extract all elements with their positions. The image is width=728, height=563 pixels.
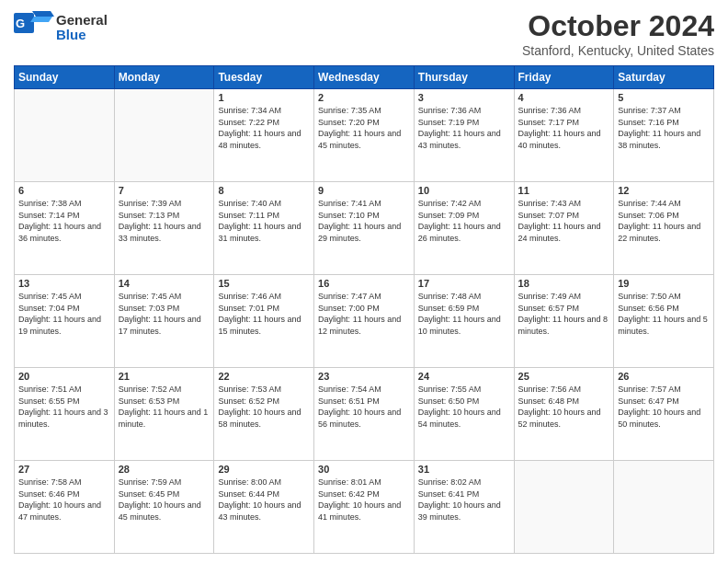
calendar-cell: 27Sunrise: 7:58 AM Sunset: 6:46 PM Dayli… bbox=[15, 461, 115, 554]
calendar-week-0: 1Sunrise: 7:34 AM Sunset: 7:22 PM Daylig… bbox=[15, 89, 714, 182]
day-number: 10 bbox=[418, 185, 510, 196]
day-number: 8 bbox=[218, 185, 310, 196]
day-number: 28 bbox=[119, 464, 210, 475]
day-number: 3 bbox=[418, 92, 510, 103]
calendar-week-1: 6Sunrise: 7:38 AM Sunset: 7:14 PM Daylig… bbox=[15, 182, 714, 275]
day-number: 13 bbox=[18, 278, 110, 289]
calendar-cell: 14Sunrise: 7:45 AM Sunset: 7:03 PM Dayli… bbox=[114, 275, 214, 368]
calendar-cell: 4Sunrise: 7:36 AM Sunset: 7:17 PM Daylig… bbox=[514, 89, 614, 182]
day-info: Sunrise: 7:52 AM Sunset: 6:53 PM Dayligh… bbox=[119, 384, 210, 430]
day-info: Sunrise: 7:43 AM Sunset: 7:07 PM Dayligh… bbox=[518, 198, 610, 244]
calendar-cell: 19Sunrise: 7:50 AM Sunset: 6:56 PM Dayli… bbox=[614, 275, 714, 368]
calendar-cell: 29Sunrise: 8:00 AM Sunset: 6:44 PM Dayli… bbox=[214, 461, 314, 554]
day-number: 27 bbox=[18, 464, 110, 475]
day-info: Sunrise: 7:51 AM Sunset: 6:55 PM Dayligh… bbox=[18, 384, 110, 430]
day-info: Sunrise: 7:44 AM Sunset: 7:06 PM Dayligh… bbox=[618, 198, 710, 244]
svg-marker-3 bbox=[30, 17, 52, 22]
calendar-header-row: SundayMondayTuesdayWednesdayThursdayFrid… bbox=[15, 66, 714, 89]
title-block: October 2024 Stanford, Kentucky, United … bbox=[522, 9, 714, 58]
logo-general: General bbox=[56, 12, 108, 28]
day-number: 16 bbox=[318, 278, 410, 289]
day-info: Sunrise: 7:36 AM Sunset: 7:19 PM Dayligh… bbox=[418, 105, 510, 151]
calendar-cell: 9Sunrise: 7:41 AM Sunset: 7:10 PM Daylig… bbox=[314, 182, 415, 275]
calendar-cell: 17Sunrise: 7:48 AM Sunset: 6:59 PM Dayli… bbox=[414, 275, 514, 368]
location-title: Stanford, Kentucky, United States bbox=[522, 43, 714, 58]
day-info: Sunrise: 7:47 AM Sunset: 7:00 PM Dayligh… bbox=[318, 291, 410, 337]
day-info: Sunrise: 7:40 AM Sunset: 7:11 PM Dayligh… bbox=[218, 198, 310, 244]
day-number: 25 bbox=[518, 371, 610, 382]
day-header-monday: Monday bbox=[114, 66, 214, 89]
page: G General Blue October 2024 Stanford, Ke… bbox=[0, 0, 728, 563]
day-number: 12 bbox=[618, 185, 710, 196]
calendar-cell: 31Sunrise: 8:02 AM Sunset: 6:41 PM Dayli… bbox=[414, 461, 514, 554]
day-info: Sunrise: 7:54 AM Sunset: 6:51 PM Dayligh… bbox=[318, 384, 410, 430]
day-number: 15 bbox=[218, 278, 310, 289]
calendar-cell bbox=[614, 461, 714, 554]
day-info: Sunrise: 7:56 AM Sunset: 6:48 PM Dayligh… bbox=[518, 384, 610, 430]
calendar-cell: 30Sunrise: 8:01 AM Sunset: 6:42 PM Dayli… bbox=[314, 461, 415, 554]
day-info: Sunrise: 7:38 AM Sunset: 7:14 PM Dayligh… bbox=[18, 198, 110, 244]
day-number: 17 bbox=[418, 278, 510, 289]
calendar-cell: 6Sunrise: 7:38 AM Sunset: 7:14 PM Daylig… bbox=[15, 182, 115, 275]
day-number: 9 bbox=[318, 185, 410, 196]
day-info: Sunrise: 7:42 AM Sunset: 7:09 PM Dayligh… bbox=[418, 198, 510, 244]
svg-marker-2 bbox=[32, 11, 54, 17]
day-info: Sunrise: 7:46 AM Sunset: 7:01 PM Dayligh… bbox=[218, 291, 310, 337]
calendar-cell: 7Sunrise: 7:39 AM Sunset: 7:13 PM Daylig… bbox=[114, 182, 214, 275]
day-header-saturday: Saturday bbox=[614, 66, 714, 89]
calendar-cell: 28Sunrise: 7:59 AM Sunset: 6:45 PM Dayli… bbox=[114, 461, 214, 554]
day-header-sunday: Sunday bbox=[15, 66, 115, 89]
calendar-cell: 1Sunrise: 7:34 AM Sunset: 7:22 PM Daylig… bbox=[214, 89, 314, 182]
calendar-cell: 13Sunrise: 7:45 AM Sunset: 7:04 PM Dayli… bbox=[15, 275, 115, 368]
day-info: Sunrise: 7:57 AM Sunset: 6:47 PM Dayligh… bbox=[618, 384, 710, 430]
day-number: 24 bbox=[418, 371, 510, 382]
day-number: 23 bbox=[318, 371, 410, 382]
calendar-week-3: 20Sunrise: 7:51 AM Sunset: 6:55 PM Dayli… bbox=[15, 368, 714, 461]
calendar-week-4: 27Sunrise: 7:58 AM Sunset: 6:46 PM Dayli… bbox=[15, 461, 714, 554]
day-number: 29 bbox=[218, 464, 310, 475]
calendar-cell: 12Sunrise: 7:44 AM Sunset: 7:06 PM Dayli… bbox=[614, 182, 714, 275]
calendar-cell: 11Sunrise: 7:43 AM Sunset: 7:07 PM Dayli… bbox=[514, 182, 614, 275]
day-number: 22 bbox=[218, 371, 310, 382]
calendar-cell: 8Sunrise: 7:40 AM Sunset: 7:11 PM Daylig… bbox=[214, 182, 314, 275]
calendar-cell: 18Sunrise: 7:49 AM Sunset: 6:57 PM Dayli… bbox=[514, 275, 614, 368]
month-title: October 2024 bbox=[522, 9, 714, 43]
day-info: Sunrise: 7:35 AM Sunset: 7:20 PM Dayligh… bbox=[318, 105, 410, 151]
calendar-cell: 22Sunrise: 7:53 AM Sunset: 6:52 PM Dayli… bbox=[214, 368, 314, 461]
day-number: 6 bbox=[18, 185, 110, 196]
calendar-cell: 16Sunrise: 7:47 AM Sunset: 7:00 PM Dayli… bbox=[314, 275, 415, 368]
day-header-wednesday: Wednesday bbox=[314, 66, 415, 89]
day-number: 14 bbox=[119, 278, 210, 289]
calendar-cell bbox=[514, 461, 614, 554]
day-number: 4 bbox=[518, 92, 610, 103]
calendar-cell: 20Sunrise: 7:51 AM Sunset: 6:55 PM Dayli… bbox=[15, 368, 115, 461]
day-number: 2 bbox=[318, 92, 410, 103]
day-info: Sunrise: 7:37 AM Sunset: 7:16 PM Dayligh… bbox=[618, 105, 710, 151]
calendar-cell: 24Sunrise: 7:55 AM Sunset: 6:50 PM Dayli… bbox=[414, 368, 514, 461]
calendar-cell: 3Sunrise: 7:36 AM Sunset: 7:19 PM Daylig… bbox=[414, 89, 514, 182]
logo-icon: G bbox=[14, 9, 54, 46]
header: G General Blue October 2024 Stanford, Ke… bbox=[14, 9, 714, 58]
calendar-cell bbox=[114, 89, 214, 182]
day-header-tuesday: Tuesday bbox=[214, 66, 314, 89]
logo-text: General Blue bbox=[56, 13, 108, 43]
day-number: 21 bbox=[119, 371, 210, 382]
day-number: 20 bbox=[18, 371, 110, 382]
calendar-cell: 15Sunrise: 7:46 AM Sunset: 7:01 PM Dayli… bbox=[214, 275, 314, 368]
day-info: Sunrise: 7:49 AM Sunset: 6:57 PM Dayligh… bbox=[518, 291, 610, 337]
logo-blue: Blue bbox=[56, 27, 86, 42]
calendar-cell: 26Sunrise: 7:57 AM Sunset: 6:47 PM Dayli… bbox=[614, 368, 714, 461]
svg-text:G: G bbox=[16, 17, 25, 30]
calendar-cell: 10Sunrise: 7:42 AM Sunset: 7:09 PM Dayli… bbox=[414, 182, 514, 275]
day-info: Sunrise: 8:02 AM Sunset: 6:41 PM Dayligh… bbox=[418, 477, 510, 523]
calendar-cell: 23Sunrise: 7:54 AM Sunset: 6:51 PM Dayli… bbox=[314, 368, 415, 461]
calendar-cell: 21Sunrise: 7:52 AM Sunset: 6:53 PM Dayli… bbox=[114, 368, 214, 461]
day-info: Sunrise: 7:58 AM Sunset: 6:46 PM Dayligh… bbox=[18, 477, 110, 523]
day-header-friday: Friday bbox=[514, 66, 614, 89]
day-number: 7 bbox=[119, 185, 210, 196]
calendar-table: SundayMondayTuesdayWednesdayThursdayFrid… bbox=[14, 65, 714, 554]
day-info: Sunrise: 7:55 AM Sunset: 6:50 PM Dayligh… bbox=[418, 384, 510, 430]
day-number: 31 bbox=[418, 464, 510, 475]
logo: G General Blue bbox=[14, 9, 108, 46]
day-number: 5 bbox=[618, 92, 710, 103]
